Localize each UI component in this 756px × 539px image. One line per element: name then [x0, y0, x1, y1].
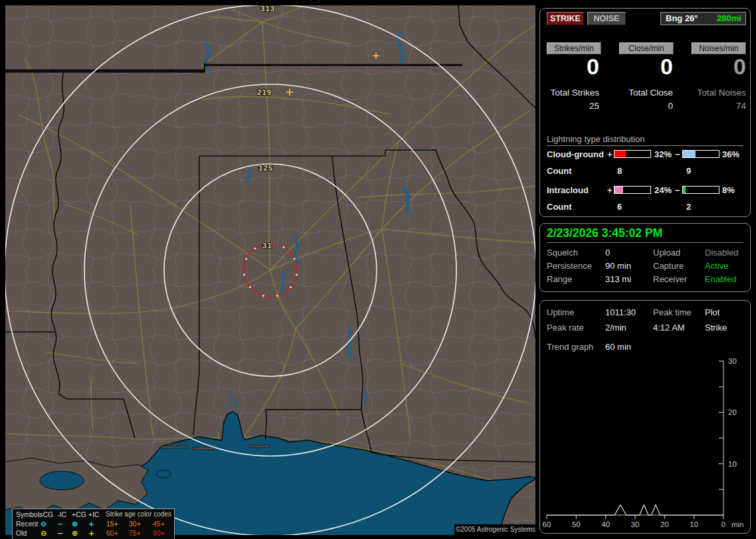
- y-tick-10: 10: [728, 460, 737, 468]
- distribution-title: Lightning type distribution: [547, 134, 644, 144]
- x-unit-label: min: [731, 520, 744, 528]
- ic-positive-bar-fill: [614, 187, 623, 193]
- legend-recent-label: Recent: [16, 520, 38, 528]
- ic-negative-bar-fill: [683, 187, 686, 193]
- total-close-label: Total Close: [628, 88, 673, 98]
- close-per-min-value: 0: [660, 54, 673, 80]
- ic-negative-bar: [682, 186, 719, 194]
- app-window: 31 125 219 313 Symbols -CG -IC +CG +IC S…: [0, 0, 756, 539]
- age-60: 60+: [106, 529, 118, 537]
- minus-sign: −: [675, 185, 680, 195]
- squelch-value: 0: [605, 248, 610, 258]
- legend-age-title: Strike age color codes: [106, 510, 171, 518]
- cg-positive-bar: [614, 150, 651, 158]
- age-75: 75+: [129, 529, 141, 537]
- neg-cg-old-icon: ⊖: [41, 529, 47, 538]
- legend-old-label: Old: [16, 529, 27, 537]
- age-90: 90+: [153, 529, 165, 537]
- trend-panel: Uptime 1011:30 Peak time Plot Peak rate …: [539, 300, 751, 534]
- plus-sign: +: [607, 149, 613, 159]
- pos-ic-old-icon: +: [88, 529, 94, 538]
- cg-negative-count: 9: [686, 166, 691, 176]
- legend-symbols-title: Symbols: [16, 510, 43, 518]
- x-tick-60: 60: [543, 520, 551, 528]
- noise-button[interactable]: NOISE: [587, 12, 626, 25]
- status-panel: 2/23/2026 3:45:02 PM Squelch 0 Upload Di…: [539, 223, 751, 292]
- neg-cg-recent-icon: ⊖: [41, 520, 47, 528]
- legend-col-pos-ic: +IC: [88, 510, 100, 518]
- cg-positive-pct: 32%: [654, 149, 672, 159]
- upload-label: Upload: [653, 248, 680, 258]
- pos-cg-recent-icon: ⊕: [72, 520, 78, 528]
- ic-negative-pct: 8%: [722, 185, 735, 195]
- trend-x-ticks: [547, 515, 723, 519]
- upload-value: Disabled: [705, 248, 739, 258]
- intracloud-label: Intracloud: [547, 185, 589, 195]
- small-lake: [156, 470, 171, 478]
- legend-col-neg-cg: -CG: [41, 510, 53, 518]
- copyright-text: ©2005 Astrogenic Systems: [454, 524, 537, 536]
- total-strikes-value: 25: [589, 101, 599, 111]
- cg-positive-count: 8: [617, 166, 622, 176]
- ic-positive-pct: 24%: [654, 185, 672, 195]
- x-tick-20: 20: [660, 520, 669, 528]
- distribution-divider: [547, 145, 743, 146]
- cg-count-label: Count: [547, 166, 572, 176]
- receiver-label: Receiver: [653, 274, 687, 284]
- neg-ic-old-icon: −: [57, 529, 63, 538]
- lake-pontchartrain: [40, 471, 84, 490]
- x-tick-40: 40: [601, 520, 610, 528]
- total-strikes-label: Total Strikes: [550, 88, 599, 98]
- strikes-per-min-value: 0: [587, 54, 599, 80]
- age-15: 15+: [106, 520, 118, 528]
- receiver-value: Enabled: [705, 274, 737, 284]
- range-value: 280mi: [717, 13, 741, 25]
- range-label: Range: [547, 274, 572, 284]
- lightning-map[interactable]: 31 125 219 313 Symbols -CG -IC +CG +IC S…: [5, 5, 535, 535]
- persistence-value: 90 min: [605, 261, 631, 271]
- squelch-label: Squelch: [547, 248, 578, 258]
- persistence-label: Persistence: [547, 261, 592, 271]
- x-tick-30: 30: [631, 520, 640, 528]
- range-setting-value: 313 mi: [605, 274, 631, 284]
- total-noises-label: Total Noises: [697, 88, 746, 98]
- capture-label: Capture: [653, 261, 684, 271]
- minus-sign: −: [675, 149, 680, 159]
- total-noises-value: 74: [736, 101, 746, 111]
- close-per-min-chip[interactable]: Close/min: [619, 42, 674, 54]
- pos-ic-recent-icon: +: [88, 520, 94, 528]
- strike-button[interactable]: STRIKE: [547, 12, 584, 25]
- x-tick-50: 50: [572, 520, 581, 528]
- cg-negative-bar: [682, 150, 719, 158]
- cg-positive-bar-fill: [614, 151, 626, 157]
- ring-label-313: 313: [260, 5, 275, 13]
- map-canvas: 31 125 219 313: [5, 5, 535, 535]
- ring-label-31: 31: [262, 242, 272, 250]
- bearing-range-display: Bng 26° 280mi: [660, 12, 746, 25]
- datetime-display: 2/23/2026 3:45:02 PM: [547, 226, 662, 240]
- ic-count-label: Count: [547, 202, 572, 212]
- legend-col-neg-ic: -IC: [57, 510, 66, 518]
- trend-series-line: [547, 505, 723, 516]
- total-close-value: 0: [668, 101, 673, 111]
- neg-ic-recent-icon: −: [57, 520, 63, 528]
- ring-label-219: 219: [257, 88, 272, 96]
- map-legend: Symbols -CG -IC +CG +IC Strike age color…: [12, 508, 175, 539]
- y-tick-30: 30: [728, 357, 737, 365]
- cg-negative-pct: 36%: [722, 149, 739, 159]
- x-tick-0: 0: [721, 520, 725, 528]
- cloud-ground-label: Cloud-ground: [547, 149, 604, 159]
- ic-negative-count: 2: [686, 202, 691, 212]
- capture-value: Active: [705, 261, 728, 271]
- trend-axes: [547, 361, 723, 515]
- date-divider: [547, 242, 743, 243]
- plus-sign: +: [607, 185, 613, 195]
- trend-x-labels: 60 50 40 30 20 10 0: [543, 520, 726, 528]
- legend-col-pos-cg: +CG: [72, 510, 86, 518]
- bearing-value: Bng 26°: [666, 13, 698, 25]
- noises-per-min-value: 0: [733, 54, 746, 80]
- strikes-per-min-chip[interactable]: Strikes/min: [547, 42, 601, 54]
- cg-negative-bar-fill: [683, 151, 696, 157]
- trend-y-ticks: [719, 361, 723, 489]
- noises-per-min-chip[interactable]: Noises/min: [692, 42, 746, 54]
